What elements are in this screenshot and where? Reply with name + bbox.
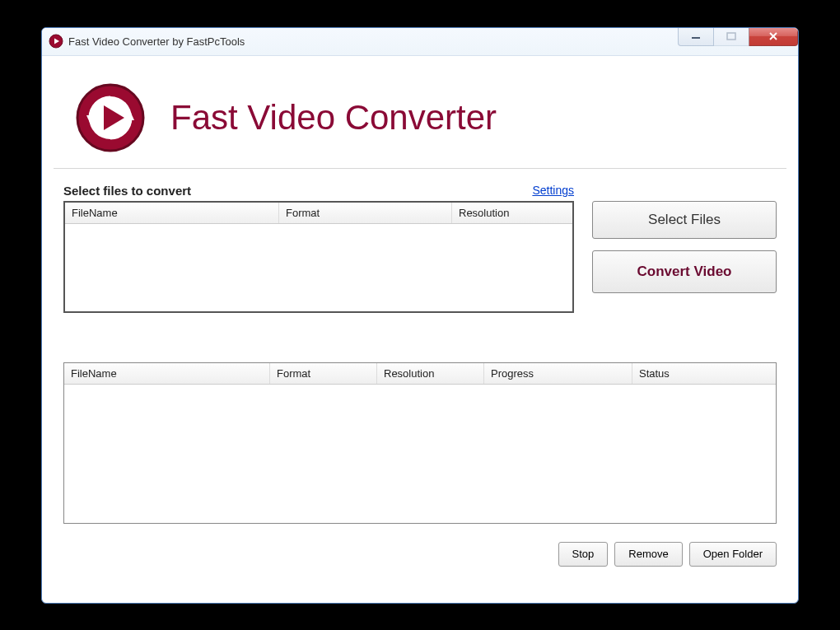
close-icon [768, 30, 779, 42]
settings-link[interactable]: Settings [532, 184, 574, 197]
window-title: Fast Video Converter by FastPcTools [68, 35, 245, 48]
svg-rect-3 [727, 33, 735, 40]
col-resolution[interactable]: Resolution [452, 203, 572, 223]
side-buttons: Select Files Convert Video [592, 201, 777, 313]
col-format[interactable]: Format [279, 203, 452, 223]
select-files-button[interactable]: Select Files [592, 201, 777, 239]
input-file-list[interactable]: FileName Format Resolution [63, 201, 574, 313]
open-folder-button[interactable]: Open Folder [689, 542, 777, 567]
minimize-icon [691, 31, 701, 41]
minimize-button[interactable] [678, 28, 714, 46]
maximize-button[interactable] [713, 28, 749, 46]
maximize-icon [726, 31, 736, 41]
select-files-label: Select files to convert [63, 184, 191, 198]
col-out-format[interactable]: Format [270, 363, 377, 384]
output-file-list[interactable]: FileName Format Resolution Progress Stat… [63, 362, 777, 524]
remove-button[interactable]: Remove [614, 542, 682, 567]
titlebar[interactable]: Fast Video Converter by FastPcTools [42, 28, 798, 56]
app-title: Fast Video Converter [170, 98, 497, 138]
close-button[interactable] [749, 28, 798, 46]
logo-icon [75, 82, 146, 153]
bottom-button-bar: Stop Remove Open Folder [42, 532, 798, 576]
input-row: FileName Format Resolution Select Files … [63, 201, 777, 313]
main-body: Select files to convert Settings FileNam… [42, 169, 798, 532]
svg-rect-2 [692, 37, 700, 39]
content-area: Fast Video Converter Select files to con… [42, 64, 798, 576]
col-out-status[interactable]: Status [632, 363, 776, 384]
window-controls [679, 28, 798, 46]
output-table-header: FileName Format Resolution Progress Stat… [64, 363, 776, 385]
col-out-resolution[interactable]: Resolution [377, 363, 484, 384]
header-section: Fast Video Converter [54, 64, 786, 169]
col-filename[interactable]: FileName [65, 203, 279, 223]
convert-video-button[interactable]: Convert Video [592, 250, 777, 293]
app-icon [49, 34, 63, 49]
col-out-progress[interactable]: Progress [484, 363, 632, 384]
app-window: Fast Video Converter by FastPcTools [41, 27, 799, 604]
col-out-filename[interactable]: FileName [64, 363, 270, 384]
input-table-header: FileName Format Resolution [65, 203, 572, 224]
stop-button[interactable]: Stop [558, 542, 609, 567]
input-section-header: Select files to convert Settings [63, 184, 574, 198]
